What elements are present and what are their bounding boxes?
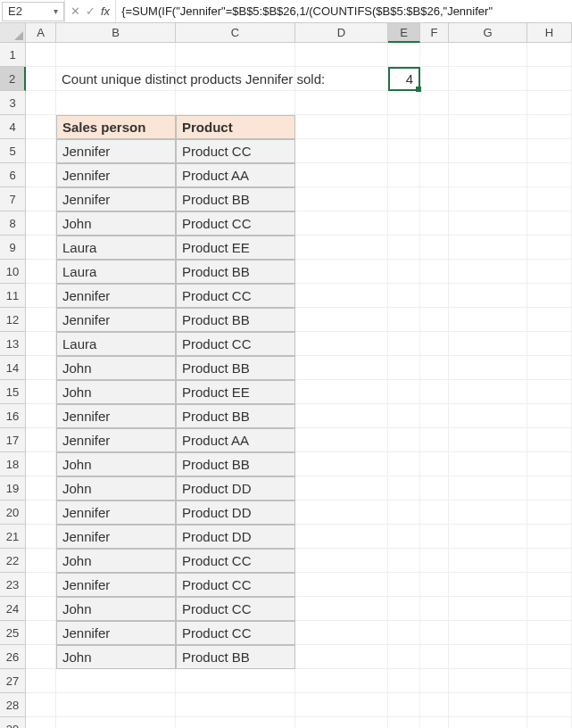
row-header-12[interactable]: 12: [0, 308, 26, 332]
cell[interactable]: [388, 284, 420, 308]
cell[interactable]: [527, 549, 572, 573]
row-header-5[interactable]: 5: [0, 139, 26, 163]
table-cell-person[interactable]: Laura: [56, 332, 176, 356]
table-cell-person[interactable]: Jennifer: [56, 621, 176, 645]
table-cell-product[interactable]: Product CC: [176, 597, 295, 621]
cell[interactable]: [176, 43, 295, 67]
table-cell-person[interactable]: John: [56, 549, 176, 573]
table-cell-product[interactable]: Product CC: [176, 573, 295, 597]
col-header-c[interactable]: C: [176, 23, 295, 42]
cell[interactable]: [388, 428, 420, 452]
row-header-21[interactable]: 21: [0, 525, 26, 549]
name-box[interactable]: E2 ▾: [2, 2, 64, 21]
cell[interactable]: [449, 645, 527, 669]
table-cell-person[interactable]: Jennifer: [56, 573, 176, 597]
table-cell-person[interactable]: Jennifer: [56, 428, 176, 452]
cell[interactable]: [388, 43, 420, 67]
table-cell-product[interactable]: Product BB: [176, 308, 295, 332]
cell[interactable]: [26, 332, 56, 356]
cell[interactable]: [449, 428, 527, 452]
cell[interactable]: [420, 452, 449, 476]
cell[interactable]: [449, 260, 527, 284]
cell[interactable]: [388, 573, 420, 597]
cell[interactable]: [449, 91, 527, 115]
row-header-28[interactable]: 28: [0, 693, 26, 717]
cell[interactable]: [420, 428, 449, 452]
cell[interactable]: [295, 404, 388, 428]
row-header-25[interactable]: 25: [0, 621, 26, 645]
cell[interactable]: [388, 260, 420, 284]
cell[interactable]: [388, 139, 420, 163]
cell[interactable]: [26, 380, 56, 404]
cell[interactable]: [420, 67, 449, 91]
col-header-e[interactable]: E: [388, 23, 420, 43]
col-header-b[interactable]: B: [56, 23, 176, 42]
cell[interactable]: [26, 163, 56, 187]
cell[interactable]: [295, 260, 388, 284]
cell[interactable]: [449, 573, 527, 597]
cell[interactable]: [388, 211, 420, 236]
cell[interactable]: [420, 308, 449, 332]
cell[interactable]: [295, 669, 388, 693]
cell[interactable]: [295, 163, 388, 187]
row-header-1[interactable]: 1: [0, 43, 26, 67]
table-header[interactable]: Sales person: [56, 115, 176, 139]
cell[interactable]: [527, 308, 572, 332]
table-cell-product[interactable]: Product CC: [176, 549, 295, 573]
cell[interactable]: [56, 91, 176, 115]
table-cell-product[interactable]: Product CC: [176, 621, 295, 645]
cell[interactable]: [449, 380, 527, 404]
table-cell-product[interactable]: Product CC: [176, 284, 295, 308]
cell[interactable]: [26, 211, 56, 236]
cell[interactable]: [56, 717, 176, 728]
table-cell-product[interactable]: Product CC: [176, 332, 295, 356]
cell[interactable]: [527, 284, 572, 308]
cell[interactable]: [420, 236, 449, 260]
cell[interactable]: [388, 91, 420, 115]
cell[interactable]: [420, 115, 449, 139]
cell[interactable]: [295, 187, 388, 211]
table-cell-product[interactable]: Product BB: [176, 452, 295, 476]
cell[interactable]: [176, 693, 295, 717]
cell[interactable]: [527, 91, 572, 115]
cell[interactable]: [26, 717, 56, 728]
cell[interactable]: [26, 67, 56, 91]
cell[interactable]: [295, 332, 388, 356]
table-cell-product[interactable]: Product EE: [176, 236, 295, 260]
cell[interactable]: [449, 693, 527, 717]
cell[interactable]: [449, 67, 527, 91]
cell[interactable]: [388, 693, 420, 717]
cell[interactable]: [26, 91, 56, 115]
table-cell-product[interactable]: Product BB: [176, 645, 295, 669]
cell[interactable]: [449, 525, 527, 549]
cell[interactable]: [527, 187, 572, 211]
cell[interactable]: [176, 91, 295, 115]
table-cell-person[interactable]: John: [56, 211, 176, 236]
cell[interactable]: [26, 115, 56, 139]
table-cell-product[interactable]: Product AA: [176, 163, 295, 187]
table-cell-person[interactable]: Laura: [56, 236, 176, 260]
cell[interactable]: [26, 645, 56, 669]
spreadsheet-grid[interactable]: A B C D E F G H 12Count unique distinct …: [0, 23, 572, 728]
cell[interactable]: [449, 284, 527, 308]
row-header-17[interactable]: 17: [0, 428, 26, 452]
cell[interactable]: [420, 525, 449, 549]
table-cell-product[interactable]: Product CC: [176, 139, 295, 163]
cell[interactable]: [295, 139, 388, 163]
cell[interactable]: [420, 91, 449, 115]
row-header-18[interactable]: 18: [0, 452, 26, 476]
row-header-19[interactable]: 19: [0, 476, 26, 500]
row-header-15[interactable]: 15: [0, 380, 26, 404]
table-cell-product[interactable]: Product BB: [176, 187, 295, 211]
row-header-22[interactable]: 22: [0, 549, 26, 573]
cell[interactable]: [449, 43, 527, 67]
cell[interactable]: [295, 211, 388, 236]
cell[interactable]: [26, 500, 56, 525]
row-header-26[interactable]: 26: [0, 645, 26, 669]
cell[interactable]: [449, 549, 527, 573]
cell[interactable]: [449, 308, 527, 332]
cell[interactable]: [26, 404, 56, 428]
cell[interactable]: [388, 115, 420, 139]
table-cell-product[interactable]: Product EE: [176, 380, 295, 404]
cell[interactable]: [527, 621, 572, 645]
